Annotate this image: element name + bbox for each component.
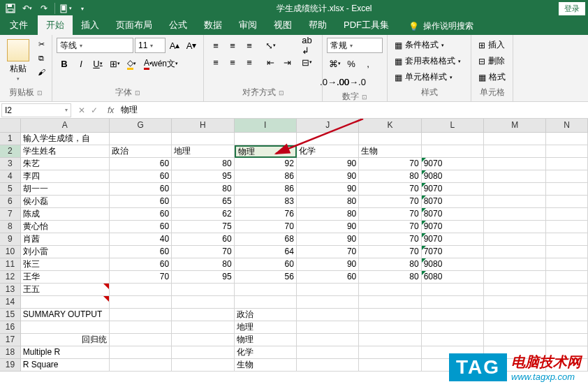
cancel-formula-icon[interactable]: ✕ xyxy=(78,105,85,115)
cell[interactable]: 80 xyxy=(359,258,421,271)
cell[interactable]: 70 xyxy=(359,208,421,221)
tell-me-search[interactable]: 💡 操作说明搜索 xyxy=(403,17,479,35)
cell[interactable]: 物理 xyxy=(235,334,297,346)
cell[interactable] xyxy=(484,183,546,196)
cell[interactable]: 70 xyxy=(235,221,297,233)
row-header[interactable]: 13 xyxy=(0,284,21,296)
cell[interactable] xyxy=(359,284,421,296)
column-header[interactable]: H xyxy=(172,119,234,133)
cell[interactable] xyxy=(422,321,484,334)
cell[interactable] xyxy=(484,258,546,271)
touch-mode-icon[interactable]: ▾ xyxy=(58,1,73,16)
row-header[interactable]: 6 xyxy=(0,196,21,208)
paste-button[interactable]: 粘贴 ▾ xyxy=(4,38,32,83)
cell[interactable] xyxy=(172,296,234,309)
cell[interactable] xyxy=(484,170,546,183)
cell[interactable]: 地理 xyxy=(235,321,297,334)
column-header[interactable]: I xyxy=(235,119,297,133)
cell[interactable] xyxy=(21,296,110,309)
cell[interactable] xyxy=(297,133,359,145)
cell[interactable]: 60 xyxy=(110,158,172,170)
cell[interactable] xyxy=(546,133,588,145)
cell[interactable]: 政治 xyxy=(235,309,297,321)
cell[interactable]: 68 xyxy=(235,233,297,246)
comma-format-icon[interactable]: , xyxy=(360,56,376,71)
wrap-text-icon[interactable]: ab↲ xyxy=(302,38,312,53)
number-launcher-icon[interactable]: ⊡ xyxy=(362,94,367,101)
cell[interactable]: 陈成 xyxy=(21,208,110,221)
increase-font-icon[interactable]: A▴ xyxy=(167,38,182,53)
fill-color-button[interactable]: ◇▾ xyxy=(124,56,139,71)
column-header[interactable]: L xyxy=(422,119,484,133)
row-header[interactable]: 1 xyxy=(0,133,21,145)
copy-icon[interactable]: ⧉ xyxy=(35,52,47,64)
cell[interactable] xyxy=(110,334,172,346)
phonetic-button[interactable]: wén文▾ xyxy=(157,56,172,71)
cell[interactable] xyxy=(546,334,588,346)
cell[interactable]: 8070 xyxy=(422,208,484,221)
cell[interactable]: 70 xyxy=(359,196,421,208)
cell[interactable]: 输入学生成绩，自 xyxy=(21,133,110,145)
row-header[interactable]: 9 xyxy=(0,233,21,246)
cell[interactable] xyxy=(422,296,484,309)
cell[interactable]: 60 xyxy=(172,233,234,246)
cell[interactable]: 70 xyxy=(359,221,421,233)
cell[interactable]: 80 xyxy=(172,258,234,271)
cell[interactable] xyxy=(297,334,359,346)
row-header[interactable]: 17 xyxy=(0,334,21,346)
cell[interactable]: 90 xyxy=(297,158,359,170)
select-all-corner[interactable] xyxy=(0,119,21,133)
cell[interactable]: 学生姓名 xyxy=(21,145,110,158)
cell[interactable]: 侯小磊 xyxy=(21,196,110,208)
cell[interactable] xyxy=(484,208,546,221)
cell[interactable]: 9070 xyxy=(422,221,484,233)
font-size-combo[interactable]: 11▾ xyxy=(135,38,166,53)
conditional-formatting-button[interactable]: ▦条件格式▾ xyxy=(392,38,464,52)
cell[interactable]: 胡一一 xyxy=(21,183,110,196)
cell[interactable] xyxy=(297,359,359,372)
row-header[interactable]: 8 xyxy=(0,221,21,233)
cell[interactable] xyxy=(546,208,588,221)
login-button[interactable]: 登录 xyxy=(559,2,585,15)
cell[interactable]: 80 xyxy=(297,208,359,221)
cell[interactable]: 刘小雷 xyxy=(21,246,110,258)
cell[interactable] xyxy=(422,284,484,296)
cell[interactable]: 86 xyxy=(235,170,297,183)
spreadsheet-grid[interactable]: AGHIJKLMN 1输入学生成绩，自2学生姓名政治地理物理化学生物3朱艺608… xyxy=(0,119,588,372)
align-bottom-icon[interactable]: ≡ xyxy=(242,38,257,53)
border-button[interactable]: ⊞▾ xyxy=(107,56,122,71)
tab-view[interactable]: 视图 xyxy=(265,15,300,35)
cell[interactable] xyxy=(546,309,588,321)
cell[interactable] xyxy=(172,133,234,145)
cell[interactable]: 62 xyxy=(172,208,234,221)
cell[interactable] xyxy=(297,321,359,334)
align-middle-icon[interactable]: ≡ xyxy=(225,38,240,53)
cell[interactable]: 化学 xyxy=(235,346,297,359)
number-format-combo[interactable]: 常规▾ xyxy=(327,38,383,53)
cell[interactable] xyxy=(297,309,359,321)
customize-qat-icon[interactable]: ▾ xyxy=(75,1,90,16)
column-header[interactable]: M xyxy=(484,119,546,133)
cell[interactable] xyxy=(297,346,359,359)
cell[interactable]: 生物 xyxy=(235,359,297,372)
cell[interactable]: 9070 xyxy=(422,233,484,246)
row-header[interactable]: 11 xyxy=(0,258,21,271)
formula-input[interactable]: 物理 xyxy=(118,104,588,116)
cell[interactable] xyxy=(484,233,546,246)
alignment-launcher-icon[interactable]: ⊡ xyxy=(279,89,284,96)
row-header[interactable]: 18 xyxy=(0,346,21,359)
cell[interactable]: 朱艺 xyxy=(21,158,110,170)
cell[interactable]: 80 xyxy=(359,170,421,183)
cell[interactable] xyxy=(110,296,172,309)
clipboard-launcher-icon[interactable]: ⊡ xyxy=(37,89,43,96)
row-header[interactable]: 3 xyxy=(0,158,21,170)
cell[interactable]: 70 xyxy=(172,246,234,258)
cell[interactable]: 70 xyxy=(359,246,421,258)
tab-home[interactable]: 开始 xyxy=(38,15,73,35)
cell[interactable]: 王五 xyxy=(21,284,110,296)
cell[interactable] xyxy=(172,346,234,359)
cell[interactable] xyxy=(546,284,588,296)
cell[interactable]: 60 xyxy=(110,258,172,271)
cell[interactable]: 95 xyxy=(172,170,234,183)
cell[interactable] xyxy=(172,309,234,321)
